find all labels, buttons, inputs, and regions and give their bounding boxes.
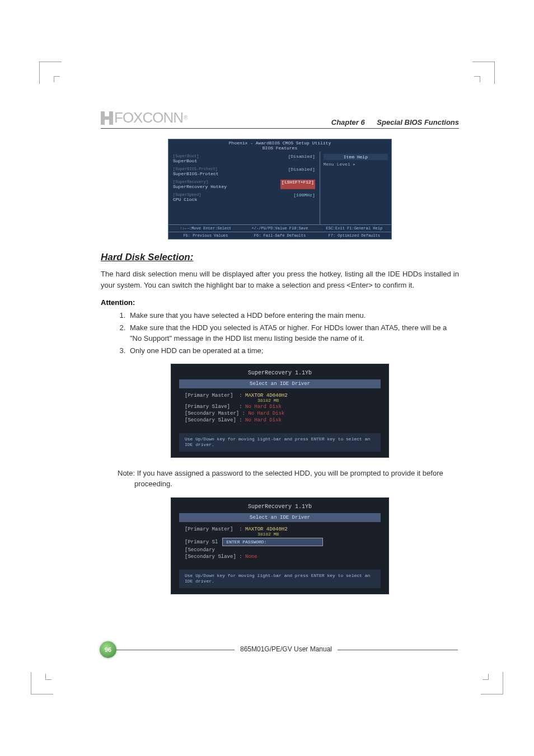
step-2: Make sure that the HDD you selected is A…	[128, 322, 459, 344]
step-3: Only one HDD can be operated at a time;	[128, 345, 459, 356]
chapter-title: Chapter 6 Special BIOS Functions	[331, 118, 459, 126]
sr2-hint: Use Up/Down key for moving light-bar and…	[179, 570, 381, 588]
superrecovery-screenshot-2: SuperRecovery 1.1Yb Select an IDE Driver…	[171, 497, 389, 594]
sr2-title: SuperRecovery 1.1Yb	[176, 503, 384, 513]
logo-text: FOXCONN	[114, 109, 183, 126]
bios-title-2: BIOS Features	[168, 145, 391, 151]
step-1: Make sure that you have selected a HDD b…	[128, 310, 459, 321]
sr1-row-secondary-slave: [Secondary Slave] : No Hard Disk	[185, 417, 375, 423]
sr2-header: Select an IDE Driver	[179, 513, 381, 522]
attention-label: Attention:	[101, 298, 459, 307]
superrecovery-screenshot-1: SuperRecovery 1.1Yb Select an IDE Driver…	[171, 364, 389, 458]
sr1-row-primary-master: [Primary Master] : MAXTOR 4D040H2 38182 …	[185, 393, 375, 403]
sr2-row-primary-master: [Primary Master] : MAXTOR 4D040H2 38182 …	[185, 527, 375, 537]
chapter-subtitle: Special BIOS Functions	[377, 118, 459, 126]
bios-row-superboot: [SuperBoot]SuperBoot [Disabled]	[173, 154, 315, 163]
bios-footer-keys: ↑↓←→:Move Enter:Select +/-/PU/PD:Value F…	[168, 224, 391, 232]
sr2-row-secondary-slave: [Secondary Slave] : None	[185, 554, 375, 560]
manual-name: 865M01G/PE/GV User Manual	[235, 645, 338, 653]
attention-steps: Make sure that you have selected a HDD b…	[101, 310, 459, 356]
bios-row-superrecovery: [SuperRecovery]SuperRecovery Hotkey [LSH…	[173, 180, 315, 189]
bios-menu-level: Menu Level ▸	[324, 162, 388, 167]
sr2-row-secondary: [Secondary	[185, 547, 375, 553]
note-paragraph: Note: If you have assigned a password to…	[118, 468, 459, 490]
bios-footer-keys-2: F5: Previous Values F6: Fail-Safe Defaul…	[168, 232, 391, 239]
bios-row-superprotect: [SuperBIOS-Protect]SuperBIOS-Protect [Di…	[173, 167, 315, 176]
chapter-number: Chapter 6	[331, 118, 365, 126]
foxconn-logo: FOXCONN®	[101, 109, 187, 126]
bios-title-1: Phoenix - AwardBIOS CMOS Setup Utility	[168, 140, 391, 145]
sr1-row-secondary-master: [Secondary Master] : No Hard Disk	[185, 411, 375, 416]
page-footer: 96 865M01G/PE/GV User Manual	[100, 641, 458, 658]
section-heading: Hard Disk Selection:	[101, 252, 459, 263]
bios-item-help-header: Item Help	[324, 154, 388, 160]
sr1-title: SuperRecovery 1.1Yb	[176, 369, 384, 379]
sr2-row-password-prompt: [Primary SlENTER PASSWORD:	[185, 538, 375, 546]
bios-row-superspeed: [SuperSpeed]CPU Clock [100MHz]	[173, 192, 315, 202]
bios-screenshot: Phoenix - AwardBIOS CMOS Setup Utility B…	[168, 139, 392, 240]
sr1-header: Select an IDE Driver	[179, 379, 381, 388]
intro-paragraph: The hard disk selection menu will be dis…	[101, 269, 459, 290]
sr1-row-primary-slave: [Primary Slave] : No Hard Disk	[185, 404, 375, 410]
sr1-hint: Use Up/Down key for moving light-bar and…	[179, 433, 381, 452]
logo-h-icon	[101, 111, 113, 125]
page-header: FOXCONN® Chapter 6 Special BIOS Function…	[101, 109, 459, 129]
page-number-badge: 96	[100, 641, 116, 658]
enter-password-box: ENTER PASSWORD:	[222, 538, 323, 546]
